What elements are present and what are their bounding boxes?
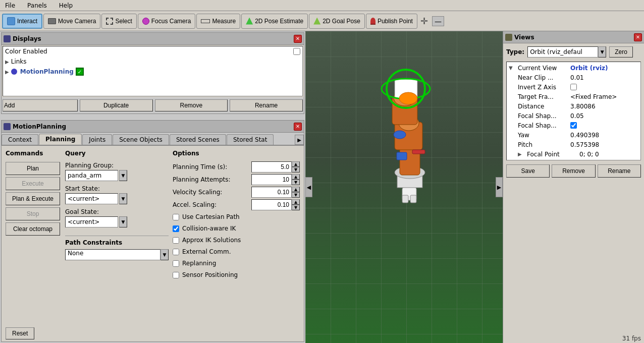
menu-panels[interactable]: Panels (24, 1, 50, 10)
reset-button[interactable]: Reset (6, 327, 34, 339)
velocity-scaling-up[interactable]: ▲ (292, 187, 300, 192)
invert-z-checkbox[interactable] (570, 84, 577, 90)
planning-time-spinbox[interactable]: 5.0 ▲ ▼ (251, 161, 300, 173)
external-comm-label: External Comm. (182, 248, 231, 255)
commands-title: Commands (6, 150, 61, 157)
accel-scaling-down[interactable]: ▼ (292, 205, 300, 210)
add-toolbar-button[interactable]: ✛ (418, 14, 430, 28)
current-view-expand[interactable]: ▼ (509, 65, 516, 71)
accel-scaling-spinbox[interactable]: 0.10 ▲ ▼ (251, 199, 300, 210)
focus-camera-button[interactable]: Focus Camera (138, 14, 196, 29)
focal-shape2-label: Focal Shap... (518, 122, 568, 129)
focal-shape2-checkbox[interactable] (570, 122, 577, 129)
publish-point-button[interactable]: Publish Point (366, 14, 417, 29)
accel-scaling-input[interactable]: 0.10 (251, 199, 292, 210)
links-row[interactable]: ▶ Links (3, 56, 302, 67)
plan-button[interactable]: Plan (6, 162, 60, 175)
views-type-select[interactable]: Orbit (rviz_defaul (527, 46, 598, 58)
move-camera-button[interactable]: Move Camera (43, 14, 100, 29)
path-constraints-combo[interactable]: None ▼ (65, 249, 169, 260)
links-expand[interactable]: ▶ (5, 59, 9, 65)
planning-attempts-down[interactable]: ▼ (292, 180, 300, 185)
duplicate-display-button[interactable]: Duplicate (80, 99, 153, 111)
goal-state-arrow[interactable]: ▼ (119, 216, 127, 227)
menu-help[interactable]: Help (56, 1, 76, 10)
measure-button[interactable]: Measure (196, 14, 240, 29)
collapse-right-button[interactable]: ▶ (496, 177, 503, 197)
motion-icon (11, 69, 17, 75)
planning-group-combo[interactable]: panda_arm (65, 170, 118, 181)
views-type-arrow[interactable]: ▼ (598, 46, 606, 58)
pose-estimate-button[interactable]: 2D Pose Estimate (241, 14, 308, 29)
approx-ik-checkbox[interactable] (173, 237, 179, 244)
goal-pose-label: 2D Goal Pose (323, 18, 360, 25)
goal-state-combo[interactable]: <current> (65, 216, 118, 227)
motion-panel-close[interactable]: ✕ (294, 123, 302, 131)
execute-button[interactable]: Execute (6, 177, 60, 190)
velocity-scaling-input[interactable]: 0.10 (251, 187, 292, 198)
use-cartesian-checkbox[interactable] (173, 214, 179, 220)
select-button[interactable]: Select (101, 14, 136, 29)
stop-button[interactable]: Stop (6, 207, 60, 220)
motion-panel-title: MotionPlanning (13, 123, 294, 130)
start-state-select[interactable]: <current> ▼ (65, 193, 169, 204)
3d-view[interactable]: ◀ ▶ (305, 31, 503, 343)
velocity-scaling-arrows: ▲ ▼ (292, 187, 300, 198)
add-display-button[interactable]: Add (3, 99, 78, 111)
pose-estimate-icon (246, 18, 253, 25)
tab-scene-objects[interactable]: Scene Objects (113, 134, 169, 145)
save-view-button[interactable]: Save (506, 164, 550, 178)
remove-display-button[interactable]: Remove (155, 99, 228, 111)
external-comm-checkbox[interactable] (173, 249, 179, 255)
motion-planning-checkbox[interactable]: ✓ (76, 68, 84, 76)
zero-button[interactable]: Zero (609, 46, 633, 58)
tab-context[interactable]: Context (2, 134, 38, 145)
planning-time-up[interactable]: ▲ (292, 161, 300, 167)
planning-attempts-up[interactable]: ▲ (292, 174, 300, 180)
remove-view-button[interactable]: Remove (552, 164, 595, 178)
sensor-positioning-checkbox[interactable] (173, 272, 179, 278)
current-view-row[interactable]: ▼ Current View Orbit (rviz) (508, 63, 639, 73)
target-frame-value: <Fixed Frame> (570, 93, 617, 100)
rename-display-button[interactable]: Rename (230, 99, 303, 111)
start-state-combo[interactable]: <current> (65, 193, 118, 204)
path-constraints-arrow[interactable]: ▼ (160, 249, 169, 260)
tab-planning[interactable]: Planning (39, 134, 82, 145)
views-content: Type: Orbit (rviz_defaul ▼ Zero ▼ Curren… (503, 43, 644, 334)
velocity-scaling-spinbox[interactable]: 0.10 ▲ ▼ (251, 187, 300, 198)
rename-view-button[interactable]: Rename (598, 164, 641, 178)
use-cartesian-label: Use Cartesian Path (182, 213, 240, 220)
menu-file[interactable]: File (2, 1, 18, 10)
color-enabled-checkbox[interactable] (293, 48, 300, 55)
replanning-checkbox[interactable] (173, 260, 179, 267)
accel-scaling-up[interactable]: ▲ (292, 199, 300, 205)
start-state-arrow[interactable]: ▼ (119, 193, 127, 204)
planning-time-input[interactable]: 5.0 (251, 161, 292, 173)
focal-point-expand[interactable]: ▶ (518, 151, 525, 157)
motion-expand[interactable]: ▶ (5, 69, 9, 75)
toolbar-extra-button[interactable]: — (432, 16, 444, 26)
views-close-button[interactable]: ✕ (634, 33, 642, 41)
path-constraints-select[interactable]: None (65, 249, 160, 260)
planning-group-arrow[interactable]: ▼ (119, 170, 127, 181)
velocity-scaling-down[interactable]: ▼ (292, 192, 300, 198)
planning-time-down[interactable]: ▼ (292, 167, 300, 173)
tab-more-button[interactable]: ▶ (295, 135, 304, 145)
planning-attempts-input[interactable]: 10 (251, 174, 292, 185)
tab-joints[interactable]: Joints (82, 134, 112, 145)
tab-stored-stat[interactable]: Stored Stat (227, 134, 274, 145)
planning-attempts-spinbox[interactable]: 10 ▲ ▼ (251, 174, 300, 185)
collapse-left-button[interactable]: ◀ (305, 177, 312, 197)
interact-button[interactable]: Interact (2, 14, 42, 29)
goal-pose-button[interactable]: 2D Goal Pose (309, 14, 365, 29)
collision-ik-checkbox[interactable] (173, 225, 179, 232)
displays-buttons: Add Duplicate Remove Rename (2, 97, 304, 113)
goal-state-select[interactable]: <current> ▼ (65, 216, 169, 227)
displays-close-button[interactable]: ✕ (294, 35, 302, 43)
views-type-combo[interactable]: Orbit (rviz_defaul ▼ (527, 46, 606, 58)
plan-execute-button[interactable]: Plan & Execute (6, 192, 60, 205)
planning-group-select[interactable]: panda_arm ▼ (65, 170, 169, 181)
clear-octomap-button[interactable]: Clear octomap (6, 222, 60, 236)
motion-planning-row[interactable]: ▶ MotionPlanning ✓ (3, 67, 302, 77)
tab-stored-scenes[interactable]: Stored Scenes (170, 134, 226, 145)
